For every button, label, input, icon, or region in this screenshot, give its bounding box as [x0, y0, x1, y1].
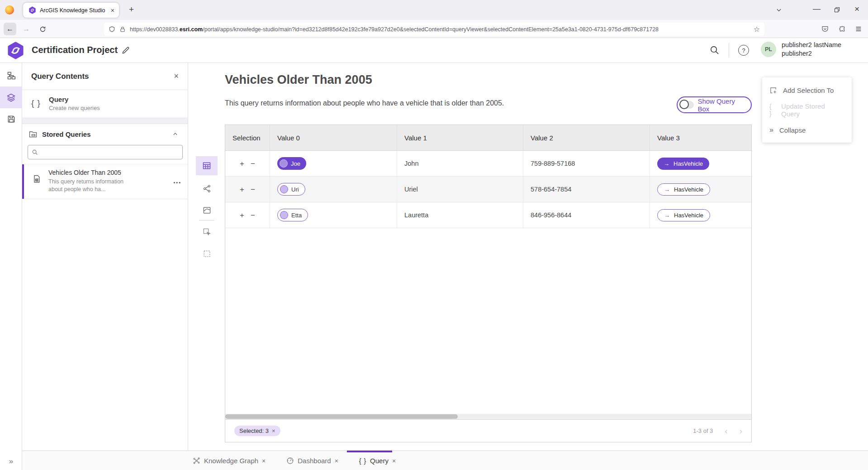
toolbar-divider [199, 220, 214, 221]
stored-query-item[interactable]: Vehicles Older Than 2005 This query retu… [22, 164, 188, 199]
browser-tab[interactable]: ArcGIS Knowledge Studio × [23, 3, 119, 18]
window-minimize-button[interactable]: — [813, 5, 821, 13]
tab-close-icon[interactable]: × [392, 457, 396, 465]
query-results-table: Selection Value 0 Value 1 Value 2 Value … [225, 125, 752, 442]
item-options-icon[interactable]: ••• [173, 180, 181, 193]
add-selection-icon[interactable]: + [240, 186, 244, 193]
dashboard-icon [286, 457, 294, 465]
section-divider [22, 118, 188, 124]
panel-header: Query Contents × [22, 63, 188, 90]
help-icon[interactable]: ? [738, 45, 749, 56]
window-close-button[interactable]: × [854, 5, 859, 13]
entity-pill[interactable]: Etta [277, 209, 308, 221]
selected-indicator [22, 164, 24, 199]
header-divider [729, 43, 729, 58]
query-item-title: Query [49, 96, 100, 103]
selection-box-icon[interactable] [196, 244, 218, 263]
expand-rail-button[interactable]: » [0, 452, 22, 470]
save-icon[interactable] [0, 108, 22, 130]
panel-close-icon[interactable]: × [174, 72, 179, 81]
search-icon[interactable] [709, 45, 720, 55]
tab-label: Knowledge Graph [204, 457, 258, 465]
menu-item-add-selection-to[interactable]: Add Selection To [762, 80, 852, 100]
tracking-shield-icon[interactable] [109, 26, 115, 33]
arrow-right-icon: → [664, 160, 669, 167]
new-tab-button[interactable]: + [129, 5, 134, 14]
clear-selection-icon[interactable]: × [272, 427, 275, 434]
previous-page-icon[interactable]: ‹ [725, 427, 727, 435]
query-result-title: Vehicles Older Than 2005 [225, 73, 372, 87]
entity-pill[interactable]: Joe [277, 157, 306, 170]
braces-icon: { } [31, 98, 41, 111]
arcgis-favicon [28, 6, 36, 14]
query-item[interactable]: { } Query Create new queries [22, 90, 188, 118]
tab-dashboard[interactable]: Dashboard × [286, 457, 338, 465]
remove-selection-icon[interactable]: − [251, 211, 255, 219]
menu-item-label: Update Stored Query [781, 102, 844, 118]
avatar: PL [761, 42, 776, 57]
reload-button[interactable] [36, 23, 49, 35]
table-cell: Lauretta [397, 202, 523, 228]
pocket-icon[interactable] [819, 23, 831, 35]
tab-list-chevron-icon[interactable] [776, 7, 782, 13]
app-logo [7, 42, 24, 59]
firefox-logo [5, 5, 14, 14]
tab-close-icon[interactable]: × [335, 457, 338, 465]
search-icon [32, 149, 38, 155]
table-row[interactable]: + − Etta Lauretta 846-956-8644 →HasVehic… [225, 202, 751, 228]
table-footer: Selected: 3 × 1-3 of 3 ‹ › [225, 419, 751, 442]
toggle-knob [679, 100, 689, 109]
column-header: Value 0 [270, 125, 397, 150]
relationship-pill[interactable]: →HasVehicle [657, 183, 710, 196]
edit-pencil-icon[interactable] [121, 46, 130, 55]
relationship-pill[interactable]: →HasVehicle [657, 209, 710, 221]
table-row[interactable]: + − Joe John 759-889-57168 →HasVehicle [225, 151, 751, 177]
column-header: Selection [225, 125, 270, 150]
toggle-label: Show Query Box [697, 97, 745, 113]
chevron-up-icon[interactable] [172, 131, 179, 138]
tab-query[interactable]: { } Query × [359, 457, 396, 465]
tab-close-icon[interactable]: × [262, 457, 266, 465]
stored-queries-header[interactable]: Stored Queries [22, 124, 188, 144]
tab-knowledge-graph[interactable]: Knowledge Graph × [193, 457, 266, 465]
stored-query-description: This query returns information about peo… [48, 178, 128, 193]
data-model-tree-icon[interactable] [0, 65, 22, 86]
stored-queries-search[interactable] [28, 145, 183, 159]
entity-dot-icon [280, 185, 288, 193]
contents-layers-icon[interactable] [0, 86, 22, 108]
horizontal-scrollbar[interactable] [225, 414, 751, 419]
pagination-range: 1-3 of 3 [693, 427, 713, 434]
window-restore-button[interactable] [834, 6, 840, 13]
search-input[interactable] [41, 149, 179, 156]
map-view-icon[interactable] [196, 201, 218, 220]
add-selection-icon[interactable]: + [240, 160, 244, 168]
context-menu: Add Selection To { } Update Stored Query… [762, 77, 852, 143]
show-query-box-toggle[interactable]: Show Query Box [677, 96, 752, 113]
select-features-icon[interactable] [196, 222, 218, 241]
selected-count-chip[interactable]: Selected: 3 × [234, 426, 280, 436]
menu-item-collapse[interactable]: » Collapse [762, 120, 852, 140]
forward-button[interactable]: → [20, 23, 33, 35]
relationship-pill[interactable]: →HasVehicle [657, 158, 709, 170]
back-button[interactable]: ← [4, 23, 16, 35]
tab-close-icon[interactable]: × [111, 7, 114, 14]
add-selection-icon[interactable]: + [240, 211, 244, 219]
url-bar[interactable]: https://dev0028833.esri.com/portal/apps/… [104, 23, 764, 36]
lock-icon[interactable] [119, 26, 126, 33]
entity-pill[interactable]: Uri [277, 183, 305, 196]
next-page-icon[interactable]: › [740, 427, 742, 435]
table-view-icon[interactable] [196, 156, 218, 175]
remove-selection-icon[interactable]: − [251, 160, 255, 168]
remove-selection-icon[interactable]: − [251, 186, 255, 193]
extensions-puzzle-icon[interactable] [836, 23, 849, 35]
table-row[interactable]: + − Uri Uriel 578-654-7854 →HasVehicle [225, 177, 751, 202]
menu-item-label: Add Selection To [783, 86, 834, 94]
menu-hamburger-icon[interactable] [852, 23, 865, 35]
scrollbar-thumb[interactable] [225, 414, 458, 419]
user-account[interactable]: PL publisher2 lastName publisher2 [761, 41, 841, 58]
stored-queries-title: Stored Queries [42, 130, 172, 138]
arrow-right-icon: → [664, 212, 670, 219]
bookmark-star-icon[interactable]: ☆ [754, 25, 760, 34]
tab-title: ArcGIS Knowledge Studio [40, 7, 111, 14]
link-chart-icon[interactable] [196, 179, 218, 198]
